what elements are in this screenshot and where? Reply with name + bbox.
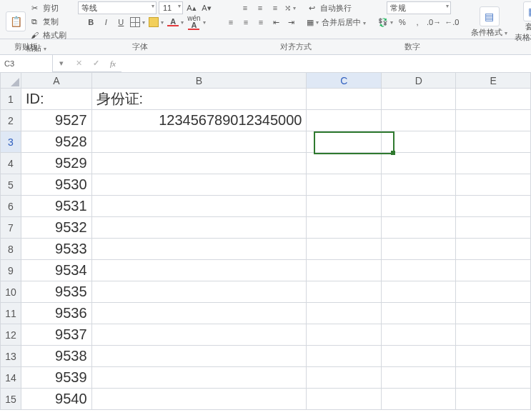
currency-button[interactable]: 💱 (377, 16, 394, 29)
grid[interactable]: A B C D E 1ID:身份证:2952712345678901234500… (0, 72, 531, 410)
row-header[interactable]: 6 (1, 196, 21, 217)
increase-decimal-icon[interactable]: .0→ (426, 16, 442, 29)
cell-B1[interactable]: 身份证: (91, 89, 307, 110)
fill-color-button[interactable] (148, 16, 164, 29)
cell-B12[interactable] (91, 324, 307, 346)
cell-D3[interactable] (381, 131, 456, 153)
cell-D13[interactable] (381, 346, 456, 367)
cut-icon[interactable]: ✂ (28, 1, 41, 14)
col-header-A[interactable]: A (21, 73, 91, 89)
row-header[interactable]: 15 (1, 389, 21, 410)
row-header[interactable]: 2 (1, 110, 21, 131)
cell-B7[interactable] (91, 217, 307, 239)
align-middle-icon[interactable]: ≡ (254, 1, 267, 14)
select-all-corner[interactable] (1, 73, 21, 89)
cell-B6[interactable] (91, 196, 307, 217)
cell-C6[interactable] (307, 196, 382, 217)
cell-B15[interactable] (91, 389, 307, 410)
cell-C15[interactable] (307, 389, 382, 410)
copy-icon[interactable]: ⧉ (28, 15, 41, 28)
cell-C1[interactable] (307, 89, 382, 110)
align-left-icon[interactable]: ≡ (224, 16, 237, 29)
wrap-text-icon[interactable]: ↩ (305, 1, 318, 14)
cell-A12[interactable]: 9537 (21, 324, 91, 346)
row-header[interactable]: 9 (1, 260, 21, 281)
underline-button[interactable]: U (114, 16, 127, 29)
cell-C8[interactable] (307, 239, 382, 260)
cell-D2[interactable] (381, 110, 456, 131)
row-header[interactable]: 3 (1, 131, 21, 153)
row-header[interactable]: 14 (1, 367, 21, 389)
cell-A7[interactable]: 9532 (21, 217, 91, 239)
comma-button[interactable]: , (411, 16, 424, 29)
cell-A2[interactable]: 9527 (21, 110, 91, 131)
indent-inc-icon[interactable]: ⇥ (284, 16, 297, 29)
cell-D5[interactable] (381, 174, 456, 196)
cell-A5[interactable]: 9530 (21, 174, 91, 196)
orientation-button[interactable]: ⤭ (284, 1, 297, 14)
format-as-table-button[interactable]: ▦ 套用 表格格式 (515, 1, 531, 43)
cell-B5[interactable] (91, 174, 307, 196)
fx-dropdown-icon[interactable]: ▾ (53, 59, 70, 68)
row-header[interactable]: 11 (1, 303, 21, 324)
font-color-button[interactable]: A (167, 16, 184, 29)
cell-B4[interactable] (91, 153, 307, 174)
number-format-combo[interactable] (387, 1, 451, 14)
merge-center-label[interactable]: 合并后居中 (322, 17, 366, 28)
cell-A3[interactable]: 9528 (21, 131, 91, 153)
font-size-combo[interactable] (159, 1, 183, 14)
name-box[interactable] (0, 55, 53, 72)
cell-C5[interactable] (307, 174, 382, 196)
cell-C13[interactable] (307, 346, 382, 367)
formula-input[interactable] (121, 55, 531, 72)
cell-E15[interactable] (456, 389, 531, 410)
cell-E4[interactable] (456, 153, 531, 174)
cell-D11[interactable] (381, 303, 456, 324)
italic-button[interactable]: I (99, 16, 112, 29)
indent-dec-icon[interactable]: ⇤ (269, 16, 282, 29)
col-header-B[interactable]: B (91, 73, 307, 89)
cell-B3[interactable] (91, 131, 307, 153)
confirm-formula-icon[interactable]: ✓ (87, 59, 104, 68)
font-name-combo[interactable] (78, 1, 157, 14)
row-header[interactable]: 5 (1, 174, 21, 196)
align-bottom-icon[interactable]: ≡ (269, 1, 282, 14)
cell-E8[interactable] (456, 239, 531, 260)
cell-C7[interactable] (307, 217, 382, 239)
cell-D12[interactable] (381, 324, 456, 346)
cell-E6[interactable] (456, 196, 531, 217)
cell-E3[interactable] (456, 131, 531, 153)
cell-B8[interactable] (91, 239, 307, 260)
cell-E5[interactable] (456, 174, 531, 196)
cell-A4[interactable]: 9529 (21, 153, 91, 174)
cell-C10[interactable] (307, 281, 382, 303)
cell-C11[interactable] (307, 303, 382, 324)
cell-E13[interactable] (456, 346, 531, 367)
increase-font-icon[interactable]: A▴ (185, 1, 198, 14)
cell-C2[interactable] (307, 110, 382, 131)
phonetic-button[interactable]: wén A (187, 16, 206, 29)
decrease-font-icon[interactable]: A▾ (200, 1, 213, 14)
cell-E10[interactable] (456, 281, 531, 303)
cell-B11[interactable] (91, 303, 307, 324)
row-header[interactable]: 10 (1, 281, 21, 303)
cell-E9[interactable] (456, 260, 531, 281)
cell-E14[interactable] (456, 367, 531, 389)
align-right-icon[interactable]: ≡ (254, 16, 267, 29)
cell-B9[interactable] (91, 260, 307, 281)
cell-A15[interactable]: 9540 (21, 389, 91, 410)
row-header[interactable]: 7 (1, 217, 21, 239)
decrease-decimal-icon[interactable]: ←.0 (444, 16, 460, 29)
insert-function-icon[interactable]: fx (104, 59, 121, 68)
row-header[interactable]: 8 (1, 239, 21, 260)
cell-D15[interactable] (381, 389, 456, 410)
cell-A10[interactable]: 9535 (21, 281, 91, 303)
cell-D14[interactable] (381, 367, 456, 389)
col-header-D[interactable]: D (381, 73, 456, 89)
col-header-E[interactable]: E (456, 73, 531, 89)
merge-center-button[interactable]: ▦ (306, 16, 319, 29)
conditional-format-button[interactable]: ▤ 条件格式 (471, 6, 507, 38)
format-painter-icon[interactable]: 🖌 (28, 29, 41, 41)
cancel-formula-icon[interactable]: ✕ (70, 59, 87, 68)
cell-C12[interactable] (307, 324, 382, 346)
